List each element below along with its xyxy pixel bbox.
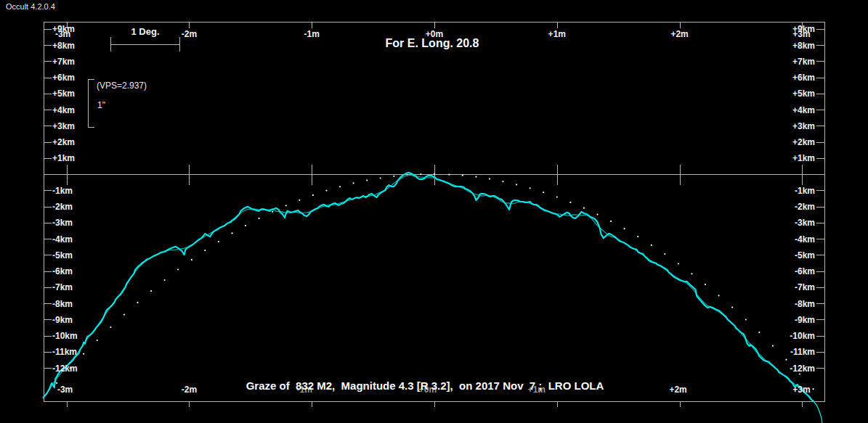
mean-limb-dot [272, 211, 273, 213]
mean-limb-dot [799, 373, 800, 374]
mean-limb-dot [705, 284, 706, 285]
mean-limb-dot [556, 196, 558, 197]
km-label-right: -5km [795, 250, 815, 260]
km-label-left: -2km [52, 202, 73, 212]
time-label-top: +2m [670, 29, 688, 39]
km-label-left: +2km [52, 137, 75, 147]
time-label-top: +1m [548, 29, 566, 39]
mean-limb-dot [678, 263, 679, 264]
mean-limb-dot [569, 202, 571, 203]
km-label-left: -7km [52, 282, 73, 292]
km-label-left: +7km [52, 57, 75, 67]
km-label-left: -5km [52, 250, 73, 260]
km-label-left: -6km [52, 266, 73, 276]
mean-limb-dot [758, 332, 760, 333]
km-label-left: +6km [52, 73, 75, 83]
vps-scale-label: (VPS=2.937) [97, 81, 147, 91]
mean-limb-dot [489, 178, 490, 180]
mean-limb-dot [325, 190, 327, 192]
app-version-label: Occult 4.2.0.4 [6, 2, 55, 11]
km-label-right: -3km [795, 218, 815, 228]
km-label-left: +1km [52, 153, 75, 163]
time-label-bottom: -2m [182, 385, 197, 395]
mean-limb-dot [259, 218, 260, 219]
time-label-bottom: +2m [669, 385, 686, 395]
km-label-left: -9km [52, 315, 73, 325]
time-label-top: -3m [55, 29, 70, 39]
mean-limb-dot [83, 353, 84, 355]
arcsec-scale-bracket [88, 79, 94, 127]
mean-limb-dot [231, 232, 232, 234]
time-label-top: +3m [792, 29, 810, 39]
mean-limb-dot [745, 319, 747, 320]
km-label-right: +1km [792, 153, 815, 163]
mean-limb-dot [393, 176, 394, 177]
mean-limb-dot [123, 314, 125, 316]
km-label-left: +8km [52, 41, 75, 51]
mean-limb-dot [530, 187, 531, 189]
mean-limb-dot [691, 273, 692, 274]
lunar-limb-profile [44, 173, 814, 401]
mean-limb-dot [785, 359, 787, 361]
km-label-right: -4km [795, 234, 815, 245]
mean-limb-dot [366, 180, 368, 181]
mean-limb-dot [150, 290, 152, 292]
mean-limb-dot [420, 173, 421, 175]
km-label-left: -1km [52, 186, 73, 196]
mean-limb-dot [312, 194, 314, 196]
mean-limb-dot [339, 186, 341, 187]
mean-limb-dot [218, 241, 219, 242]
km-label-left: -8km [52, 299, 73, 309]
km-label-right: -1km [795, 186, 815, 196]
km-label-right: +8km [792, 41, 815, 51]
mean-limb-dot [164, 279, 166, 281]
mean-limb-dot [56, 382, 57, 384]
km-label-right: +3km [792, 121, 815, 131]
mean-limb-dot [353, 182, 354, 184]
mean-limb-dot [475, 176, 476, 178]
scale-bar-label: 1 Deg. [131, 26, 159, 37]
mean-limb-dot [596, 214, 598, 215]
km-label-left: +3km [52, 121, 75, 131]
mean-limb-dot [97, 340, 98, 341]
km-label-right: -9km [795, 315, 815, 325]
km-label-left: +4km [52, 105, 75, 115]
arcsec-bracket-label: 1" [97, 100, 105, 110]
km-label-left: -3km [52, 218, 73, 228]
time-label-top: -1m [304, 29, 320, 39]
mean-limb-dot [448, 174, 450, 176]
mean-limb-dot [177, 268, 179, 270]
km-label-right: -6km [795, 266, 815, 276]
mean-limb-dot [731, 307, 733, 308]
km-label-right: -8km [795, 299, 815, 309]
mean-limb-dot [610, 221, 612, 222]
plot-frame [44, 22, 824, 401]
mean-limb-dot [110, 327, 111, 328]
mean-limb-dot [434, 173, 435, 175]
km-label-left: +5km [52, 89, 75, 99]
mean-limb-dot [299, 200, 300, 201]
mean-limb-dot [516, 184, 517, 185]
mean-limb-dot [285, 205, 287, 206]
km-label-right: +5km [792, 89, 815, 99]
mean-limb-dot [191, 259, 192, 260]
mean-limb-dot [813, 388, 814, 390]
mean-limb-dot [637, 236, 638, 237]
mean-limb-dot [380, 177, 381, 178]
limb-profile-smoothed [49, 175, 809, 397]
km-label-left: -12km [52, 364, 78, 374]
mean-limb-dot [651, 245, 652, 246]
km-label-right: +7km [792, 57, 815, 67]
km-label-left: -10km [52, 331, 78, 341]
km-label-right: +6km [792, 73, 815, 83]
limb-profile-extension [814, 401, 822, 423]
km-label-left: -4km [52, 234, 73, 245]
mean-limb-dot [245, 225, 246, 226]
mean-limb-dot [664, 253, 665, 255]
plot-title: For E. Long. 20.8 [386, 37, 479, 50]
mean-limb-dot [772, 345, 774, 347]
plot-caption: Graze of 832 M2, Magnitude 4.3 [R 3.2], … [246, 379, 604, 392]
km-label-right: -11km [790, 347, 815, 357]
mean-limb-dot [462, 175, 463, 176]
mean-limb-dot [583, 208, 585, 209]
